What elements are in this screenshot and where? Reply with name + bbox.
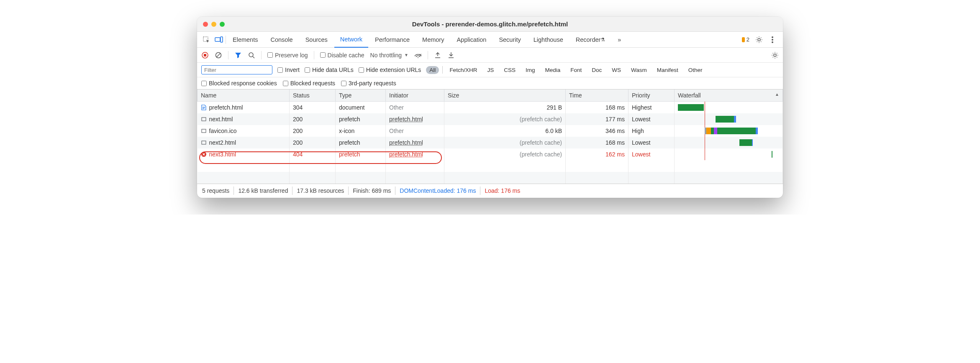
devtools-window: DevTools - prerender-demos.glitch.me/pre… (197, 17, 783, 198)
tab-memory[interactable]: Memory (416, 32, 450, 47)
filter-type-fetchxhr[interactable]: Fetch/XHR (446, 66, 480, 74)
filter-type-manifest[interactable]: Manifest (654, 66, 682, 74)
svg-rect-2 (221, 37, 223, 42)
col-time[interactable]: Time (566, 89, 629, 102)
disable-cache-checkbox[interactable]: Disable cache (320, 52, 364, 59)
stat-transferred: 12.6 kB transferred (238, 187, 288, 194)
col-size[interactable]: Size (444, 89, 566, 102)
col-name[interactable]: Name (198, 89, 290, 102)
waterfall-cell (675, 137, 783, 148)
preserve-log-checkbox[interactable]: Preserve log (267, 52, 308, 59)
hide-data-urls-checkbox[interactable]: Hide data URLs (305, 66, 354, 73)
stat-resources: 17.3 kB resources (297, 187, 344, 194)
filter-type-img[interactable]: Img (522, 66, 539, 74)
stat-load: Load: 176 ms (485, 187, 520, 194)
tab-security[interactable]: Security (493, 32, 526, 47)
svg-rect-1 (215, 38, 220, 41)
window-title: DevTools - prerender-demos.glitch.me/pre… (197, 20, 783, 28)
network-conditions-icon[interactable] (414, 51, 422, 59)
titlebar: DevTools - prerender-demos.glitch.me/pre… (197, 17, 783, 32)
svg-rect-14 (202, 141, 206, 144)
kebab-icon[interactable] (769, 36, 776, 43)
settings-icon[interactable] (755, 36, 763, 43)
filter-type-all[interactable]: All (426, 66, 439, 74)
tab-network[interactable]: Network (334, 32, 368, 48)
waterfall-cell (675, 148, 783, 160)
initiator-link[interactable]: prefetch.html (389, 116, 423, 123)
table-row[interactable]: next2.html200prefetchprefetch.html(prefe… (198, 137, 783, 148)
tab-elements[interactable]: Elements (227, 32, 264, 47)
network-settings-icon[interactable] (771, 51, 779, 59)
svg-rect-12 (202, 118, 206, 121)
filter-type-css[interactable]: CSS (500, 66, 519, 74)
svg-point-4 (772, 39, 773, 41)
tab-console[interactable]: Console (264, 32, 298, 47)
third-party-checkbox[interactable]: 3rd-party requests (341, 80, 396, 87)
tab-performance[interactable]: Performance (369, 32, 416, 47)
svg-rect-7 (204, 54, 206, 56)
file-icon (201, 128, 207, 134)
invert-checkbox[interactable]: Invert (277, 66, 300, 73)
svg-point-5 (772, 41, 773, 43)
col-status[interactable]: Status (290, 89, 336, 102)
tab-lighthouse[interactable]: Lighthouse (528, 32, 569, 47)
network-toolbar: Preserve log Disable cache No throttling… (197, 48, 783, 63)
filter-type-ws[interactable]: WS (608, 66, 624, 74)
record-icon[interactable] (201, 51, 209, 59)
initiator-link[interactable]: prefetch.html (389, 151, 423, 158)
tab-sources[interactable]: Sources (300, 32, 334, 47)
requests-table: NameStatusTypeInitiatorSizeTimePriorityW… (197, 89, 783, 184)
table-row[interactable]: next.html200prefetchprefetch.html(prefet… (198, 113, 783, 125)
svg-rect-13 (202, 129, 206, 133)
more-tabs[interactable]: » (612, 32, 627, 47)
blocked-cookies-checkbox[interactable]: Blocked response cookies (201, 80, 277, 87)
hide-extension-urls-checkbox[interactable]: Hide extension URLs (359, 66, 421, 73)
svg-point-3 (772, 36, 773, 38)
tab-application[interactable]: Application (451, 32, 492, 47)
inspect-icon[interactable] (200, 36, 212, 43)
search-icon[interactable] (248, 51, 255, 59)
import-icon[interactable] (434, 51, 441, 59)
waterfall-cell (675, 125, 783, 137)
svg-point-10 (249, 53, 253, 57)
stat-domcontentloaded: DOMContentLoaded: 176 ms (400, 187, 476, 194)
filter-type-wasm[interactable]: Wasm (628, 66, 650, 74)
col-priority[interactable]: Priority (629, 89, 675, 102)
initiator-link[interactable]: prefetch.html (389, 139, 423, 146)
throttling-select[interactable]: No throttling▼ (370, 52, 408, 59)
col-waterfall[interactable]: Waterfall▲ (675, 89, 783, 102)
col-type[interactable]: Type (336, 89, 386, 102)
file-icon (201, 140, 207, 146)
col-initiator[interactable]: Initiator (386, 89, 444, 102)
error-icon (201, 151, 207, 157)
blocked-requests-checkbox[interactable]: Blocked requests (283, 80, 335, 87)
table-row[interactable]: favicon.ico200x-iconOther6.0 kB346 msHig… (198, 125, 783, 137)
stat-finish: Finish: 689 ms (353, 187, 391, 194)
filter-bar-2: Blocked response cookies Blocked request… (197, 77, 783, 89)
status-bar: 5 requests 12.6 kB transferred 17.3 kB r… (197, 184, 783, 198)
document-icon (201, 105, 207, 110)
filter-type-other[interactable]: Other (685, 66, 706, 74)
table-row[interactable]: next3.html404prefetchprefetch.html(prefe… (198, 148, 783, 160)
filter-type-font[interactable]: Font (567, 66, 585, 74)
filter-icon[interactable] (234, 51, 242, 59)
issues-badge[interactable]: 2 (742, 36, 749, 43)
filter-type-js[interactable]: JS (484, 66, 497, 74)
tab-recorder[interactable]: Recorder ⚗ (570, 32, 611, 47)
filter-type-media[interactable]: Media (541, 66, 564, 74)
panel-tabs: ElementsConsoleSourcesNetworkPerformance… (197, 32, 783, 48)
svg-line-11 (253, 56, 254, 58)
waterfall-cell (675, 113, 783, 125)
export-icon[interactable] (447, 51, 455, 59)
filter-bar: Invert Hide data URLs Hide extension URL… (197, 63, 783, 77)
waterfall-cell (675, 102, 783, 113)
file-icon (201, 116, 207, 122)
filter-type-doc[interactable]: Doc (588, 66, 605, 74)
svg-line-9 (216, 53, 221, 57)
clear-icon[interactable] (215, 51, 222, 59)
stat-requests: 5 requests (202, 187, 229, 194)
device-icon[interactable] (213, 36, 225, 43)
filter-input[interactable] (201, 65, 272, 74)
table-row[interactable]: prefetch.html304documentOther291 B168 ms… (198, 102, 783, 113)
